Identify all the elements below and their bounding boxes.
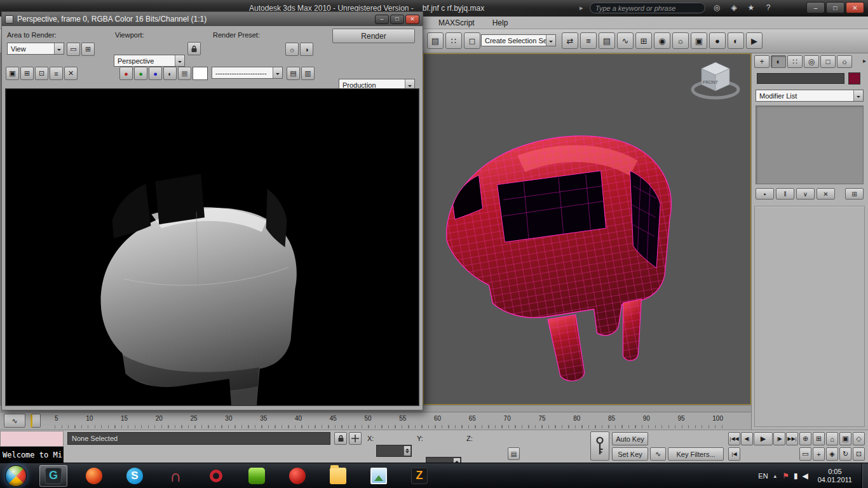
taskbar-app-folder-button[interactable] [324, 465, 352, 487]
red-channel-toggle[interactable]: ● [119, 67, 133, 80]
rendered-image-canvas[interactable] [5, 88, 419, 406]
zoom-all-button[interactable]: ⊞ [813, 432, 825, 445]
rendered-frame-window[interactable]: Perspective, frame 0, RGBA Color 16 Bits… [1, 11, 423, 410]
previous-frame-button[interactable]: ◀| [741, 432, 753, 445]
walk-through-button[interactable]: ◈ [826, 447, 838, 461]
taskbar-app-z-app-button[interactable]: Z [405, 465, 433, 487]
area-to-render-select[interactable]: View [7, 43, 64, 55]
viewcube-front-face-label[interactable]: FRONT [703, 80, 719, 85]
next-frame-button[interactable]: |▶ [773, 432, 785, 445]
taskbar-app-nero-button[interactable] [80, 465, 108, 487]
select-by-name-button[interactable]: ∷ [445, 32, 462, 49]
clear-image-button[interactable]: ✕ [64, 67, 78, 80]
start-button[interactable] [5, 465, 27, 487]
language-indicator[interactable]: EN [758, 472, 768, 480]
pan-view-button[interactable]: + [813, 447, 825, 461]
render-button[interactable]: Render [332, 29, 415, 43]
tab-create[interactable]: + [754, 55, 770, 68]
set-keys-button[interactable] [590, 431, 609, 461]
configure-modifier-sets-button[interactable]: ⊞ [845, 188, 864, 200]
lock-to-viewport-toggle[interactable] [187, 42, 201, 55]
taskbar-app-photo-viewer-button[interactable] [365, 465, 393, 487]
orbit-button[interactable]: ↻ [839, 447, 851, 461]
environment-dialog-button[interactable]: ◑ [300, 43, 313, 56]
help-icon[interactable]: ? [763, 3, 773, 12]
show-end-result-toggle[interactable]: ‖ [776, 188, 794, 200]
make-unique-button[interactable]: ∨ [796, 188, 815, 200]
x-coordinate-field[interactable] [376, 445, 412, 457]
taskbar-app-skype-button[interactable]: S [121, 465, 149, 487]
modifier-list-select[interactable]: Modifier List [756, 90, 864, 102]
object-color-swatch[interactable] [848, 72, 860, 85]
menu-help[interactable]: Help [492, 18, 508, 27]
tab-display[interactable]: □ [820, 55, 836, 68]
timeline-ruler[interactable]: 5101520253035404550556065707580859095100 [55, 415, 723, 422]
zoom-extents-button[interactable]: ⌂ [826, 432, 838, 445]
render-production-button[interactable]: ● [709, 32, 726, 49]
tray-volume-icon[interactable]: ◀ [803, 471, 808, 480]
named-selection-set-select[interactable]: Create Selection Se [481, 34, 556, 46]
tab-hierarchy[interactable]: ∷ [787, 55, 803, 68]
open-mini-curve-editor-button[interactable]: ∿ [4, 414, 25, 428]
save-image-button[interactable]: ▣ [6, 67, 19, 80]
toolbar-toggle-button[interactable]: ▥ [301, 67, 315, 80]
infocenter-search-input[interactable] [595, 4, 700, 12]
zoom-extents-all-button[interactable]: ▣ [839, 432, 851, 445]
auto-key-toggle[interactable]: Auto Key [612, 432, 648, 445]
set-key-toggle[interactable]: Set Key [612, 447, 648, 461]
named-selection-sets-button[interactable]: ▤ [427, 32, 444, 49]
image-background-color-swatch[interactable] [193, 67, 208, 80]
go-to-end-button[interactable]: ▶▶| [786, 432, 798, 445]
viewport-select[interactable]: Perspective [114, 55, 185, 67]
favorites-star-icon[interactable]: ★ [746, 3, 756, 12]
green-channel-toggle[interactable]: ● [134, 67, 147, 80]
align-button[interactable]: ≡ [580, 32, 597, 49]
tray-flag-icon[interactable]: ⚑ [782, 471, 789, 480]
overlay-toggle-button[interactable]: ▤ [287, 67, 300, 80]
taskbar-app-red-media-button[interactable] [283, 465, 311, 487]
taskbar-app-magnet-button[interactable]: ∩ [161, 465, 189, 487]
field-of-view-button[interactable]: ◇ [853, 432, 865, 445]
perspective-viewport[interactable]: FRONT [423, 53, 751, 405]
object-name-field[interactable] [757, 73, 844, 84]
rendered-frame-window-button[interactable]: ▣ [691, 32, 707, 49]
infocenter-search-icon[interactable]: ◎ [712, 3, 722, 12]
clone-window-button[interactable]: ⊡ [35, 67, 48, 80]
pin-stack-button[interactable]: ▪ [756, 188, 774, 200]
key-mode-toggle[interactable]: |◀ [728, 447, 740, 461]
layer-manager-button[interactable]: ▤ [599, 32, 615, 49]
selection-filter-button[interactable]: ◻ [464, 32, 480, 49]
review-render-button[interactable]: ▶ [746, 32, 763, 49]
rfw-maximize-button[interactable]: □ [390, 15, 404, 24]
selection-lock-toggle[interactable] [334, 432, 347, 445]
monochrome-channel-toggle[interactable]: ◐ [163, 67, 177, 80]
tray-app-icon[interactable]: ▮ [794, 471, 798, 480]
schematic-view-button[interactable]: ⊞ [635, 32, 652, 49]
maximize-viewport-toggle-button[interactable]: ⊡ [853, 447, 865, 461]
tab-motion[interactable]: ◎ [804, 55, 819, 68]
render-setup-button[interactable]: ☼ [672, 32, 689, 49]
zoom-region-button[interactable]: ▭ [799, 447, 811, 461]
object-name-input[interactable] [761, 75, 840, 83]
graph-editors-button[interactable]: ∿ [617, 32, 634, 49]
tab-modify[interactable]: ◐ [771, 55, 786, 68]
time-slider-handle[interactable] [31, 414, 41, 428]
communication-center-icon[interactable]: ◈ [729, 3, 739, 12]
app-close-button[interactable]: ✕ [846, 2, 864, 13]
absolute-mode-transform-toggle[interactable] [349, 432, 362, 445]
zoom-button[interactable]: ⊕ [799, 432, 811, 445]
lighting-analysis-button[interactable]: ◐ [728, 32, 744, 49]
taskbar-app-red-ring-button[interactable] [202, 465, 230, 487]
mirror-button[interactable]: ⇄ [562, 32, 578, 49]
rfw-close-button[interactable]: ✕ [405, 15, 419, 24]
render-setup-dialog-button[interactable]: ☼ [285, 43, 299, 56]
menu-maxscript[interactable]: MAXScript [438, 18, 475, 27]
app-maximize-button[interactable]: □ [826, 2, 844, 13]
tray-expand-icon[interactable]: ▴ [774, 473, 777, 479]
welcome-window-titlebar-fragment[interactable]: Welcome to Mi [0, 447, 64, 463]
remove-modifier-button[interactable]: ✕ [817, 188, 835, 200]
infocenter-chevron-icon[interactable]: ▸ [580, 4, 583, 12]
taskbar-clock[interactable]: 0:05 04.01.2011 [814, 468, 856, 484]
alpha-channel-toggle[interactable]: ▦ [178, 67, 191, 80]
auto-region-button[interactable]: ⊞ [81, 43, 95, 56]
